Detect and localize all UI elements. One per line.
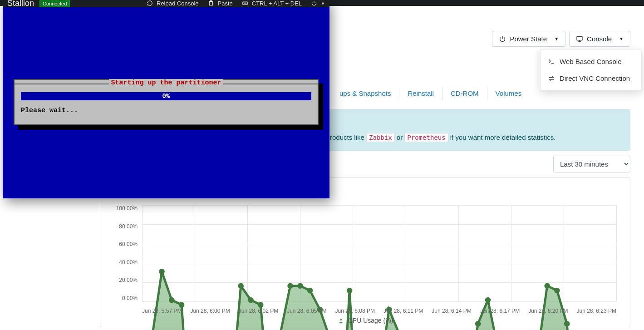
monitor-icon bbox=[576, 35, 583, 43]
alert-text-prefix: roducts like bbox=[330, 133, 366, 141]
console-menu-web[interactable]: Web Based Console bbox=[541, 53, 641, 70]
y-tick-label: 20.00% bbox=[109, 277, 138, 283]
y-tick-label: 80.00% bbox=[109, 223, 138, 230]
installer-wait-text: Please wait... bbox=[21, 107, 311, 114]
keyboard-icon bbox=[242, 0, 249, 7]
console-menu-vnc[interactable]: Direct VNC Connection bbox=[541, 70, 641, 87]
x-tick-label: Jun 28, 6:02 PM bbox=[239, 308, 278, 314]
alert-code-zabbix: Zabbix bbox=[366, 133, 395, 142]
x-tick-label: Jun 28, 6:14 PM bbox=[432, 308, 471, 314]
tab-reinstall-label: Reinstall bbox=[408, 89, 434, 97]
tab-cdrom[interactable]: CD-ROM bbox=[442, 86, 487, 101]
tab-cdrom-label: CD-ROM bbox=[451, 89, 479, 97]
x-tick-label: Jun 28, 6:20 PM bbox=[528, 308, 568, 314]
chart-x-axis: Jun 28, 5:57 PMJun 28, 6:00 PMJun 28, 6:… bbox=[142, 308, 616, 314]
paste-icon bbox=[208, 0, 215, 7]
caret-down-icon: ▼ bbox=[554, 36, 559, 41]
tab-volumes[interactable]: Volumes bbox=[487, 86, 530, 101]
installer-dialog-title: Starting up the partitioner bbox=[109, 79, 223, 87]
console-header-actions: Reload Console Paste CTRL + ALT + DEL ▼ bbox=[147, 0, 325, 7]
svg-point-4 bbox=[169, 297, 175, 303]
chart-legend-label: CPU Usage (%) bbox=[348, 317, 393, 324]
x-tick-label: Jun 28, 6:23 PM bbox=[577, 308, 616, 314]
installer-dialog: Starting up the partitioner 0% Please wa… bbox=[14, 79, 319, 125]
chart-panel: 100.00%80.00%60.00%40.00%20.00%0.00% Jun… bbox=[100, 177, 630, 327]
reload-icon bbox=[147, 0, 154, 7]
installer-progress-bar: 0% bbox=[21, 92, 311, 100]
power-state-label: Power State bbox=[510, 35, 547, 43]
svg-rect-53 bbox=[243, 2, 248, 5]
caret-down-icon: ▼ bbox=[321, 1, 325, 6]
tab-reinstall[interactable]: Reinstall bbox=[399, 86, 442, 101]
svg-point-50 bbox=[340, 319, 342, 320]
power-icon bbox=[311, 0, 318, 7]
reload-console-label: Reload Console bbox=[157, 0, 199, 7]
power-icon bbox=[499, 35, 506, 43]
svg-point-11 bbox=[238, 283, 244, 289]
chart-legend: CPU Usage (%) bbox=[337, 317, 393, 324]
svg-point-42 bbox=[544, 283, 550, 289]
y-tick-label: 100.00% bbox=[109, 205, 138, 212]
y-tick-label: 0.00% bbox=[109, 295, 138, 301]
caret-down-icon: ▼ bbox=[619, 36, 624, 41]
vnc-console-window: Stallion Connected Reload Console Paste … bbox=[3, 0, 329, 198]
x-tick-label: Jun 28, 6:05 PM bbox=[287, 308, 326, 314]
svg-point-16 bbox=[287, 283, 293, 289]
svg-point-36 bbox=[485, 297, 491, 303]
cad-button[interactable]: CTRL + ALT + DEL bbox=[242, 0, 302, 7]
x-tick-label: Jun 28, 6:08 PM bbox=[335, 308, 375, 314]
console-status-badge: Connected bbox=[39, 0, 70, 8]
svg-point-12 bbox=[248, 297, 254, 303]
y-tick-label: 60.00% bbox=[109, 241, 138, 247]
alert-code-prometheus: Prometheus bbox=[404, 133, 448, 142]
power-state-button[interactable]: Power State ▼ bbox=[492, 31, 565, 47]
console-button[interactable]: Console ▼ bbox=[569, 31, 630, 47]
alert-text-suffix: if you want more detailed statistics. bbox=[450, 133, 556, 141]
console-header: Stallion Connected Reload Console Paste … bbox=[3, 0, 329, 7]
svg-point-3 bbox=[159, 269, 165, 275]
x-tick-label: Jun 28, 6:11 PM bbox=[383, 308, 423, 314]
x-tick-label: Jun 28, 6:00 PM bbox=[190, 308, 230, 314]
console-menu-web-label: Web Based Console bbox=[560, 58, 621, 65]
terminal-icon bbox=[548, 58, 555, 65]
svg-point-44 bbox=[564, 321, 570, 327]
svg-rect-0 bbox=[577, 36, 582, 40]
cpu-legend-icon bbox=[337, 317, 344, 324]
y-tick-label: 40.00% bbox=[109, 259, 138, 266]
console-dropdown: Web Based Console Direct VNC Connection bbox=[540, 49, 642, 91]
tabs-row: ups & Snapshots Reinstall CD-ROM Volumes bbox=[331, 86, 530, 101]
cad-label: CTRL + ALT + DEL bbox=[252, 0, 302, 7]
paste-label: Paste bbox=[218, 0, 233, 7]
chart-y-axis: 100.00%80.00%60.00%40.00%20.00%0.00% bbox=[109, 205, 138, 301]
console-button-label: Console bbox=[587, 35, 612, 43]
tab-volumes-label: Volumes bbox=[496, 89, 522, 97]
svg-point-18 bbox=[307, 288, 313, 294]
x-tick-label: Jun 28, 5:57 PM bbox=[142, 308, 182, 314]
paste-button[interactable]: Paste bbox=[208, 0, 233, 7]
svg-point-22 bbox=[347, 288, 353, 294]
swap-icon bbox=[548, 75, 555, 82]
alert-text-mid: or bbox=[397, 133, 405, 141]
tab-backups-label: ups & Snapshots bbox=[339, 89, 391, 97]
time-range-select[interactable]: Last 30 minutes bbox=[553, 156, 630, 172]
tab-backups[interactable]: ups & Snapshots bbox=[331, 86, 399, 101]
console-power-menu[interactable]: ▼ bbox=[311, 0, 325, 7]
top-actions: Power State ▼ Console ▼ bbox=[492, 31, 630, 47]
x-tick-label: Jun 28, 6:17 PM bbox=[480, 308, 520, 314]
svg-point-5 bbox=[179, 302, 185, 308]
console-menu-vnc-label: Direct VNC Connection bbox=[560, 74, 630, 82]
svg-point-35 bbox=[475, 321, 481, 327]
svg-point-17 bbox=[297, 283, 303, 289]
svg-point-13 bbox=[258, 302, 264, 308]
reload-console-button[interactable]: Reload Console bbox=[147, 0, 199, 7]
svg-point-43 bbox=[554, 288, 560, 294]
console-screen[interactable]: Starting up the partitioner 0% Please wa… bbox=[3, 7, 329, 198]
